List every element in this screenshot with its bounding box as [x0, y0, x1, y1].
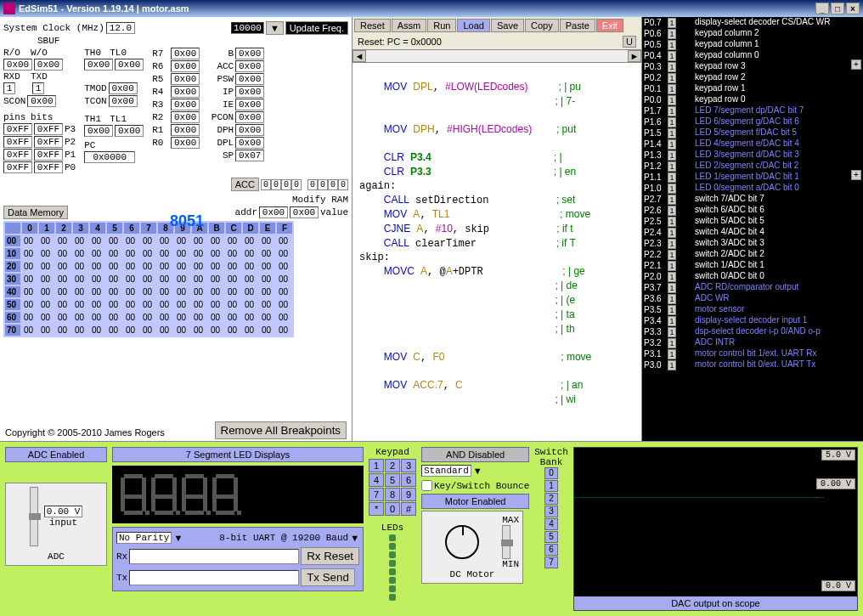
parity-select[interactable]: No Parity: [116, 532, 172, 544]
r5-val[interactable]: 0x00: [171, 73, 200, 85]
switch[interactable]: 0: [544, 467, 558, 479]
b-val[interactable]: 0x00: [235, 48, 264, 59]
pin-bit[interactable]: 1: [668, 338, 676, 348]
acc-button[interactable]: ACC: [231, 178, 259, 191]
copy-button[interactable]: Copy: [525, 19, 559, 32]
ro-val[interactable]: 0x00: [3, 59, 32, 71]
r0-val[interactable]: 0x00: [171, 137, 200, 149]
p1-bits[interactable]: 0xFF: [34, 149, 63, 161]
pin-bit[interactable]: 1: [668, 51, 676, 61]
load-button[interactable]: Load: [457, 19, 489, 32]
pin-bit[interactable]: 1: [668, 29, 676, 39]
pin-bit[interactable]: 1: [668, 184, 676, 194]
pin-bit[interactable]: 1: [668, 106, 676, 116]
scon-val[interactable]: 0x00: [27, 95, 56, 107]
keypad-key[interactable]: 4: [369, 473, 384, 487]
motor-enabled-button[interactable]: Motor Enabled: [421, 494, 529, 509]
p2-pins[interactable]: 0xFF: [3, 136, 32, 148]
update-freq-button[interactable]: Update Freq.: [285, 21, 348, 35]
parity-dropdown-icon[interactable]: ▼: [173, 533, 183, 543]
keypad-key[interactable]: 3: [401, 459, 416, 472]
pin-bit[interactable]: 1: [668, 62, 676, 72]
adc-enabled-button[interactable]: ADC Enabled: [5, 447, 107, 462]
datamem-button[interactable]: Data Memory: [3, 206, 68, 219]
tx-field[interactable]: [129, 570, 299, 585]
run-button[interactable]: Run: [427, 19, 456, 32]
addr-val[interactable]: 0x00: [259, 206, 288, 218]
tmod-val[interactable]: 0x00: [109, 82, 138, 94]
r7-val[interactable]: 0x00: [171, 48, 200, 59]
tl1-val[interactable]: 0x00: [115, 125, 144, 137]
dpl-val[interactable]: 0x00: [235, 137, 264, 149]
r6-val[interactable]: 0x00: [171, 60, 200, 72]
reset-button[interactable]: Reset: [354, 19, 391, 32]
p2-bits[interactable]: 0xFF: [34, 136, 63, 148]
scroll-right-icon[interactable]: ►: [628, 50, 641, 62]
h-scrollbar[interactable]: ◄ ►: [353, 50, 641, 63]
keypad-key[interactable]: 0: [385, 502, 400, 516]
minimize-button[interactable]: _: [815, 3, 829, 14]
keypad-key[interactable]: 9: [401, 488, 416, 501]
rx-reset-button[interactable]: Rx Reset: [301, 547, 359, 565]
and-disabled-button[interactable]: AND Disabled: [421, 447, 529, 462]
pin-bit[interactable]: 1: [668, 217, 676, 227]
tcon-val[interactable]: 0x00: [109, 95, 138, 107]
pin-bit[interactable]: 1: [668, 349, 676, 359]
keypad-key[interactable]: *: [369, 502, 384, 516]
pin-bit[interactable]: 1: [668, 250, 676, 260]
maximize-button[interactable]: □: [831, 3, 844, 14]
acc-bit[interactable]: 0: [318, 179, 328, 190]
txd-val[interactable]: 1: [32, 82, 44, 94]
r2-val[interactable]: 0x00: [171, 111, 200, 123]
sp-val[interactable]: 0x07: [235, 150, 264, 161]
dph-val[interactable]: 0x00: [235, 124, 264, 136]
pin-bit[interactable]: 1: [668, 195, 676, 205]
pin-bit[interactable]: 1: [668, 150, 676, 161]
pin-bit[interactable]: 1: [668, 228, 676, 238]
acc-bit[interactable]: 0: [261, 179, 271, 190]
psw-val[interactable]: 0x00: [235, 73, 264, 85]
p1-pins[interactable]: 0xFF: [3, 149, 32, 161]
exit-button[interactable]: Exit: [596, 19, 623, 32]
switch[interactable]: 4: [544, 518, 558, 530]
pin-bit[interactable]: 1: [668, 327, 676, 337]
switch[interactable]: 7: [544, 557, 558, 568]
keypad-key[interactable]: 8: [385, 488, 400, 501]
keypad-key[interactable]: #: [401, 502, 416, 516]
adc-slider[interactable]: [30, 487, 38, 546]
close-button[interactable]: ×: [846, 3, 860, 14]
seven-seg-button[interactable]: 7 Segment LED Displays: [112, 447, 364, 462]
acc-bit[interactable]: 0: [281, 179, 291, 190]
baud-dropdown-icon[interactable]: ▼: [350, 533, 359, 543]
p0-bits[interactable]: 0xFF: [34, 161, 63, 173]
keypad-key[interactable]: 7: [369, 488, 384, 501]
switch[interactable]: 1: [544, 480, 558, 492]
p3-bits[interactable]: 0xFF: [34, 123, 63, 135]
switch[interactable]: 2: [544, 493, 558, 505]
pin-bit[interactable]: 1: [668, 139, 676, 150]
mode-dropdown-icon[interactable]: ▼: [473, 466, 482, 476]
pin-bit[interactable]: 1: [668, 161, 676, 172]
pin-bit[interactable]: 1: [668, 206, 676, 216]
acc-bit[interactable]: 0: [291, 179, 302, 190]
r3-val[interactable]: 0x00: [171, 99, 200, 110]
keypad-key[interactable]: 6: [401, 473, 416, 487]
acc_l-val[interactable]: 0x00: [235, 60, 264, 72]
pin-bit[interactable]: 1: [668, 272, 676, 282]
pin-bit[interactable]: 1: [668, 172, 676, 183]
code-editor[interactable]: MOV DPL, #LOW(LEDcodes) ; | pu ; | 7- MO…: [353, 63, 641, 441]
pin-bit[interactable]: 1: [668, 360, 676, 370]
tl0-val[interactable]: 0x00: [115, 59, 144, 71]
freq-dropdown-icon[interactable]: ▼: [266, 21, 284, 35]
pin-bit[interactable]: 1: [668, 84, 676, 94]
wo-val[interactable]: 0x00: [34, 59, 63, 71]
scroll-left-icon[interactable]: ◄: [353, 50, 366, 62]
expand-icon[interactable]: +: [851, 59, 861, 70]
remove-breakpoints-button[interactable]: Remove All Breakpoints: [215, 421, 347, 439]
pin-bit[interactable]: 1: [668, 283, 676, 293]
pin-bit[interactable]: 1: [668, 117, 676, 127]
sysclock-value[interactable]: 12.0: [106, 22, 135, 34]
keypad-key[interactable]: 2: [385, 459, 400, 472]
r4-val[interactable]: 0x00: [171, 86, 200, 98]
value-val[interactable]: 0x00: [290, 206, 319, 218]
